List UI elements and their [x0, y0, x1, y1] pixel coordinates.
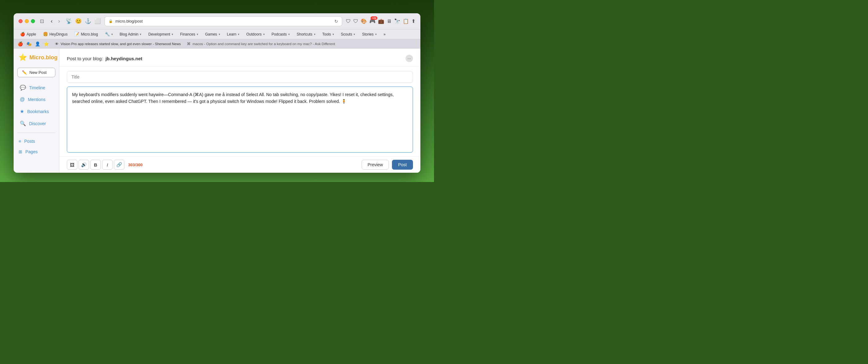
main-post-area: Post to your blog: jb.heydingus.net ··· … — [59, 48, 421, 173]
bookmark-learn[interactable]: Learn ▾ — [224, 31, 243, 37]
sidebar-item-bookmarks[interactable]: ★ Bookmarks — [15, 106, 58, 117]
minimize-button[interactable] — [25, 19, 29, 23]
tab-overview-icon[interactable]: ⬜ — [94, 18, 101, 24]
discover-icon: 🔍 — [20, 121, 26, 126]
clipboard-icon[interactable]: 📋 — [403, 18, 409, 24]
image-button[interactable]: 🖼 — [67, 160, 78, 170]
reading-icon-1: 👁 — [55, 42, 59, 46]
share-icon[interactable]: ⬆ — [411, 18, 415, 24]
bookmark-more[interactable]: » — [381, 31, 389, 37]
sidebar-item-mentions[interactable]: @ Mentions — [15, 94, 58, 105]
title-bar: ⊡ ‹ › 📡 😊 ⚓ ⬜ 🔒 micro.blog/post ↻ 🛡 🛡 🎨 … — [13, 13, 421, 29]
maximize-button[interactable] — [31, 19, 35, 23]
post-textarea-container: My keyboard's modifiers suddenly went ha… — [67, 87, 413, 153]
sidebar-brand-name: Micro.blog — [29, 55, 58, 61]
pinned-tab-3[interactable]: 👤 — [33, 40, 41, 47]
post-toolbar: 🖼 🔊 B I 🔗 303/300 Preview Post — [59, 156, 421, 173]
pinned-tab-apple[interactable]: 🍎 — [16, 40, 24, 47]
bookmark-stories[interactable]: Stories ▾ — [359, 31, 379, 37]
bookmark-microblog[interactable]: 📝 Micro.blog — [71, 31, 100, 37]
bookmark-outdoors[interactable]: Outdoors ▾ — [243, 31, 267, 37]
sidebar-item-timeline[interactable]: 💬 Timeline — [15, 82, 58, 93]
pages-icon: ⊞ — [19, 149, 22, 154]
extension-color-icon[interactable]: 🎨 — [361, 18, 367, 24]
audio-button[interactable]: 🔊 — [79, 160, 89, 170]
toolbar-icons: 📡 😊 ⚓ ⬜ — [66, 18, 101, 24]
address-text: micro.blog/post — [115, 19, 332, 24]
bold-button[interactable]: B — [90, 160, 101, 170]
post-action-buttons: Preview Post — [362, 160, 413, 170]
sidebar: ⭐ Micro.blog ✏️ New Post 💬 Timeline @ Me… — [13, 48, 59, 173]
bookmark-apple[interactable]: 🍎 Apple — [17, 31, 39, 37]
address-bar[interactable]: 🔒 micro.blog/post ↻ — [104, 16, 342, 26]
sidebar-logo: ⭐ Micro.blog — [13, 54, 59, 65]
refresh-button[interactable]: ↻ — [334, 19, 338, 24]
reading-icon-2: ⌘ — [187, 42, 191, 46]
post-content-textarea[interactable]: My keyboard's modifiers suddenly went ha… — [67, 87, 413, 153]
extension-icon-2[interactable]: ⚓ — [85, 18, 91, 24]
pocket-icon[interactable]: 🛡 — [346, 19, 351, 24]
back-button[interactable]: ‹ — [49, 17, 55, 25]
bookmark-tools-icon[interactable]: 🔧 ▾ — [102, 31, 116, 37]
traffic-lights — [19, 19, 35, 23]
logo-star-icon: ⭐ — [19, 54, 27, 62]
italic-button[interactable]: I — [102, 160, 113, 170]
navigation-arrows: ‹ › — [49, 17, 62, 25]
extension-icon-1[interactable]: 😊 — [75, 18, 82, 24]
reading-item-2[interactable]: ⌘ macos - Option and command key are swi… — [185, 41, 337, 47]
forward-button[interactable]: › — [56, 17, 62, 25]
bookmark-finances[interactable]: Finances ▾ — [177, 31, 201, 37]
reading-item-1[interactable]: 👁 Vision Pro app releases started slow, … — [53, 41, 183, 47]
pinned-tab-2[interactable]: 🎭 — [25, 40, 33, 47]
notification-icon[interactable]: 🎮 +26 — [369, 18, 375, 24]
post-settings-button[interactable]: ··· — [406, 55, 413, 62]
notification-badge: +26 — [371, 16, 377, 20]
post-header-label: Post to your blog: jb.heydingus.net — [67, 56, 142, 61]
close-button[interactable] — [19, 19, 23, 23]
mentions-icon: @ — [20, 97, 25, 102]
bookmark-tools[interactable]: Tools ▾ — [319, 31, 337, 37]
bookmark-podcasts[interactable]: Podcasts ▾ — [269, 31, 292, 37]
sidebar-divider — [17, 133, 55, 133]
sidebar-item-posts[interactable]: ≡ Posts — [13, 137, 59, 146]
sidebar-item-pages[interactable]: ⊞ Pages — [13, 147, 59, 156]
bookmarks-icon: ★ — [20, 108, 24, 114]
sidebar-toggle-icon[interactable]: ⊡ — [39, 17, 45, 25]
bookmark-scouts[interactable]: Scouts ▾ — [338, 31, 358, 37]
pinned-tabs-bar: 🍎 🎭 👤 ⭐ 👁 Vision Pro app releases starte… — [13, 39, 421, 48]
timeline-icon: 💬 — [20, 85, 26, 91]
pinned-tab-4[interactable]: ⭐ — [42, 40, 50, 47]
lock-icon: 🔒 — [108, 19, 113, 23]
content-area: ⭐ Micro.blog ✏️ New Post 💬 Timeline @ Me… — [13, 48, 421, 173]
post-button[interactable]: Post — [392, 160, 413, 170]
bookmark-blog-admin[interactable]: Blog Admin ▾ — [117, 31, 145, 37]
bookmarks-bar: 🍎 Apple 🍔 HeyDingus 📝 Micro.blog 🔧 ▾ Blo… — [13, 29, 421, 39]
character-count: 303/300 — [128, 163, 143, 167]
reading-bar: 👁 Vision Pro app releases started slow, … — [53, 41, 418, 47]
preview-button[interactable]: Preview — [362, 160, 389, 170]
bookmark-shortcuts[interactable]: Shortcuts ▾ — [294, 31, 318, 37]
screen-icon[interactable]: 🖥 — [387, 19, 392, 24]
posts-icon: ≡ — [19, 139, 21, 144]
post-title-input[interactable] — [67, 71, 413, 83]
browser-window: ⊡ ‹ › 📡 😊 ⚓ ⬜ 🔒 micro.blog/post ↻ 🛡 🛡 🎨 … — [13, 13, 421, 173]
post-header: Post to your blog: jb.heydingus.net ··· — [59, 48, 421, 67]
browser-action-icons: 🛡 🛡 🎨 🎮 +26 💼 🖥 🔭 📋 ⬆ — [346, 18, 415, 24]
new-post-icon: ✏️ — [22, 70, 27, 75]
link-button[interactable]: 🔗 — [114, 160, 124, 170]
remote-icon[interactable]: 🔭 — [394, 18, 400, 24]
rss-icon[interactable]: 📡 — [66, 18, 72, 24]
bookmark-games[interactable]: Games ▾ — [202, 31, 223, 37]
extension-shield-icon[interactable]: 🛡 — [353, 19, 358, 24]
bookmark-heydingus[interactable]: 🍔 HeyDingus — [40, 31, 70, 37]
bookmark-development[interactable]: Development ▾ — [145, 31, 176, 37]
sidebar-item-discover[interactable]: 🔍 Discover — [15, 118, 58, 129]
extension-bag-icon[interactable]: 💼 — [378, 18, 384, 24]
new-post-button[interactable]: ✏️ New Post — [17, 68, 55, 77]
